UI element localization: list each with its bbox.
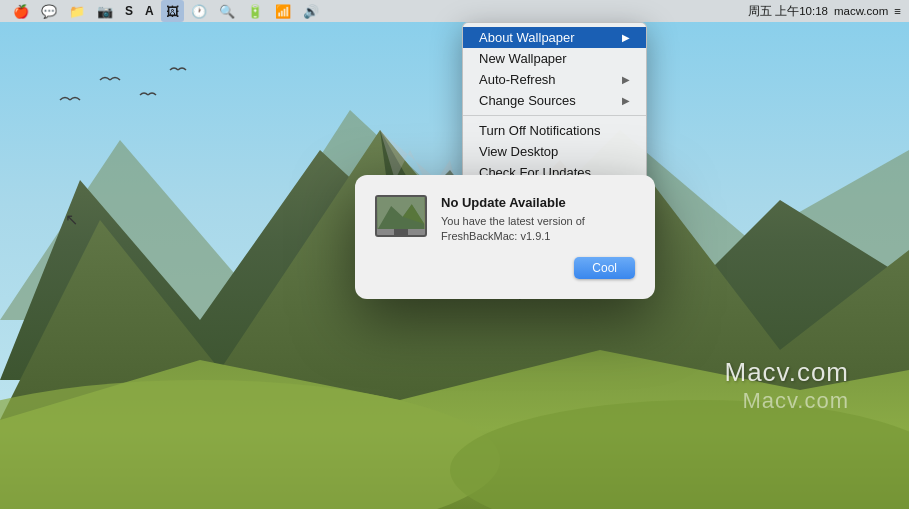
watermark-line1: Macv.com [724, 357, 849, 388]
dialog-content: No Update Available You have the latest … [375, 195, 635, 245]
mouse-cursor: ↖ [65, 210, 78, 229]
menubar-left: 🍎 💬 📁 📷 S A 🖼 🕐 🔍 🔋 📶 🔊 [8, 0, 324, 22]
website-display: macw.com [834, 5, 888, 17]
menu-item-auto-refresh[interactable]: Auto-Refresh ▶ [463, 69, 646, 90]
monitor-stand [394, 229, 408, 235]
menu-item-about-wallpaper[interactable]: About Wallpaper ▶ [463, 27, 646, 48]
menubar-right: 周五 上午10:18 macw.com ≡ [748, 4, 901, 19]
camera-icon[interactable]: 📷 [92, 0, 118, 22]
clock-icon[interactable]: 🕐 [186, 0, 212, 22]
menu-item-turn-off-notifications[interactable]: Turn Off Notifications [463, 120, 646, 141]
menu-icon[interactable]: ≡ [894, 5, 901, 17]
battery-icon[interactable]: 🔋 [242, 0, 268, 22]
magnify-icon[interactable]: 🔍 [214, 0, 240, 22]
menu-item-label: About Wallpaper [479, 30, 575, 45]
wallpaper-app-icon[interactable]: 🖼 [161, 0, 184, 22]
submenu-arrow-icon: ▶ [622, 32, 630, 43]
wifi-icon[interactable]: 📶 [270, 0, 296, 22]
dialog-actions: Cool [375, 257, 635, 279]
s-icon[interactable]: S [120, 0, 138, 22]
menu-item-label: Turn Off Notifications [479, 123, 600, 138]
finder-icon[interactable]: 📁 [64, 0, 90, 22]
menu-item-new-wallpaper[interactable]: New Wallpaper [463, 48, 646, 69]
submenu-arrow-icon: ▶ [622, 74, 630, 85]
submenu-arrow-icon: ▶ [622, 95, 630, 106]
watermark: Macv.com Macv.com [724, 357, 849, 414]
menu-item-label: New Wallpaper [479, 51, 567, 66]
watermark-line2: Macv.com [724, 388, 849, 414]
menu-item-view-desktop[interactable]: View Desktop [463, 141, 646, 162]
dialog-text-area: No Update Available You have the latest … [441, 195, 635, 245]
update-dialog: No Update Available You have the latest … [355, 175, 655, 299]
monitor-screen [377, 197, 425, 229]
wechat-icon[interactable]: 💬 [36, 0, 62, 22]
dialog-title: No Update Available [441, 195, 635, 210]
cool-button[interactable]: Cool [574, 257, 635, 279]
a-icon[interactable]: A [140, 0, 159, 22]
datetime-display: 周五 上午10:18 [748, 4, 828, 19]
apple-menu-icon[interactable]: 🍎 [8, 0, 34, 22]
app-icon [375, 195, 427, 237]
volume-icon[interactable]: 🔊 [298, 0, 324, 22]
menu-item-label: Change Sources [479, 93, 576, 108]
menu-separator [463, 115, 646, 116]
menu-item-label: View Desktop [479, 144, 558, 159]
menu-item-change-sources[interactable]: Change Sources ▶ [463, 90, 646, 111]
menu-bar: 🍎 💬 📁 📷 S A 🖼 🕐 🔍 🔋 📶 🔊 周五 上午10:18 macw.… [0, 0, 909, 22]
dialog-message: You have the latest version of FreshBack… [441, 214, 635, 245]
menu-item-label: Auto-Refresh [479, 72, 556, 87]
